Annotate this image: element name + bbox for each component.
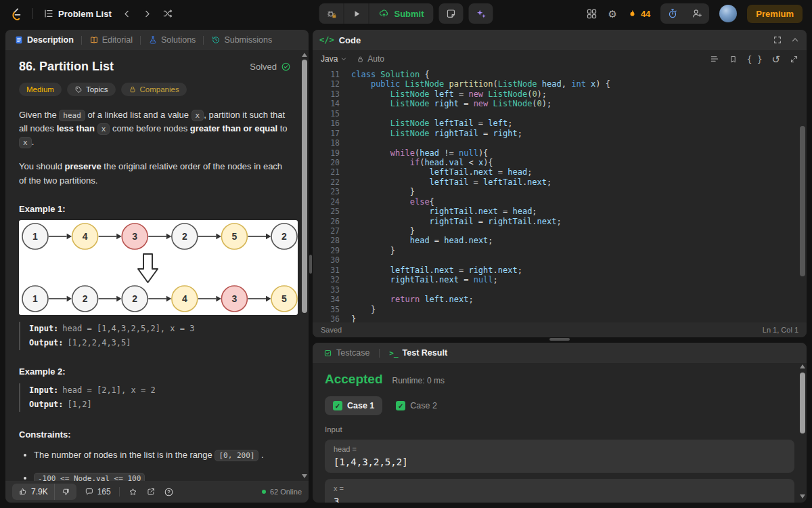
constraint-item: -100 <= Node.val <= 100 (34, 471, 298, 482)
format-code-button[interactable] (710, 54, 719, 64)
code-line[interactable]: 31 leftTail.next = right.next; (319, 266, 807, 275)
code-editor[interactable]: 11class Solution {12 public ListNode par… (313, 68, 807, 322)
submit-button[interactable]: Submit (369, 3, 433, 24)
premium-button[interactable]: Premium (747, 5, 803, 23)
code-line[interactable]: 12 public ListNode partition(ListNode he… (319, 79, 807, 89)
braces-icon: { } (747, 54, 763, 64)
code-line[interactable]: 13 ListNode left = new ListNode(0); (319, 89, 807, 99)
reset-code-button[interactable]: ↺ (771, 54, 780, 64)
code-line[interactable]: 16 ListNode leftTail = left; (319, 119, 807, 128)
timer-button[interactable] (660, 3, 685, 24)
scrollbar-thumb[interactable] (302, 60, 307, 313)
svg-text:2: 2 (182, 231, 187, 242)
problem-list-button[interactable]: Problem List (43, 8, 112, 19)
code-line[interactable]: 34 return left.next; (319, 295, 807, 304)
code-line[interactable]: 32 rightTail.next = null; (319, 275, 807, 284)
feedback-button[interactable] (164, 487, 174, 497)
code-line[interactable]: 28 head = head.next; (319, 236, 807, 245)
tab-submissions[interactable]: Submissions (209, 35, 274, 45)
avatar[interactable] (719, 5, 737, 22)
code-line[interactable]: 18 (319, 138, 807, 148)
case-1-button[interactable]: ✓ Case 1 (325, 396, 382, 415)
online-dot-icon (262, 490, 266, 494)
prev-problem-button[interactable] (122, 9, 132, 19)
cursor-position[interactable]: Ln 1, Col 1 (763, 326, 798, 334)
scroll-up-arrow[interactable] (302, 53, 307, 57)
code-line[interactable]: 20 if(head.val < x){ (319, 158, 807, 167)
streak-counter[interactable]: 44 (627, 9, 650, 19)
thumbs-up-icon (18, 487, 28, 496)
code-line[interactable]: 23 } (319, 187, 807, 196)
fullscreen-icon (773, 35, 782, 45)
companies-button[interactable]: Companies (121, 83, 187, 96)
tab-description[interactable]: Description (12, 35, 76, 45)
bracket-matching-button[interactable]: { } (747, 54, 763, 64)
description-scrollbar[interactable] (301, 53, 308, 478)
editor-scrollbar[interactable] (799, 69, 806, 321)
random-problem-button[interactable] (162, 8, 173, 19)
code-line[interactable]: 15 (319, 109, 807, 119)
code-line[interactable]: 26 rightTail = rightTail.next; (319, 217, 807, 226)
dislike-button[interactable] (54, 484, 76, 500)
code-line[interactable]: 29 } (319, 246, 807, 255)
code-line[interactable]: 14 ListNode right = new ListNode(0); (319, 99, 807, 108)
difficulty-badge[interactable]: Medium (19, 83, 62, 96)
linked-list-diagram: 143252122435 (19, 220, 298, 315)
code-line[interactable]: 17 ListNode rightTail = right; (319, 129, 807, 138)
tab-testcase[interactable]: Testcase (319, 347, 374, 358)
code-line[interactable]: 21 leftTail.next = head; (319, 167, 807, 177)
tab-solutions[interactable]: Solutions (146, 35, 198, 45)
maximize-button[interactable] (773, 35, 782, 45)
description-tabbar: Description Editorial Solutions Submissi… (5, 30, 309, 50)
collaborate-button[interactable] (685, 3, 709, 24)
code-line[interactable]: 25 rightTail.next = head; (319, 207, 807, 216)
code-line[interactable]: 11class Solution { (319, 70, 807, 79)
code-line[interactable]: 22 leftTail = leftTail.next; (319, 177, 807, 187)
code-line[interactable]: 30 (319, 255, 807, 265)
code-line[interactable]: 24 else{ (319, 197, 807, 207)
next-problem-button[interactable] (142, 9, 152, 19)
horizontal-resize-handle[interactable] (549, 338, 570, 341)
auto-mode-indicator[interactable]: Auto (357, 54, 384, 64)
checkbox-icon (323, 349, 332, 358)
tab-test-result[interactable]: >_ Test Result (385, 347, 451, 358)
debug-button[interactable] (319, 3, 343, 24)
code-line[interactable]: 27 } (319, 226, 807, 236)
leetcode-logo[interactable] (9, 7, 22, 20)
case-2-button[interactable]: ✓ Case 2 (388, 396, 445, 415)
notes-button[interactable] (439, 3, 464, 24)
code-tab-label[interactable]: Code (339, 35, 361, 45)
grid-icon (586, 8, 597, 20)
ai-assistant-button[interactable] (469, 3, 493, 24)
settings-button[interactable]: ⚙ (608, 9, 616, 19)
language-selector[interactable]: Java (321, 54, 347, 64)
code-line[interactable]: 36} (319, 314, 807, 322)
run-button[interactable] (344, 3, 368, 24)
code-line[interactable]: 19 while(head != null){ (319, 148, 807, 158)
tab-editorial[interactable]: Editorial (87, 35, 135, 45)
share-button[interactable] (146, 487, 156, 496)
online-count: 62 Online (262, 488, 302, 496)
book-icon (89, 35, 99, 45)
scroll-down-arrow[interactable] (800, 494, 805, 499)
bookmark-button[interactable] (729, 55, 738, 64)
vertical-resize-handle[interactable] (309, 255, 312, 274)
expand-editor-button[interactable] (790, 55, 798, 64)
top-nav: Problem List (0, 0, 812, 27)
topics-button[interactable]: Topics (67, 83, 116, 96)
code-line[interactable]: 35 } (319, 305, 807, 314)
chevron-down-icon (340, 56, 347, 62)
scroll-down-arrow[interactable] (302, 474, 307, 478)
result-scrollbar[interactable] (799, 364, 806, 499)
apps-button[interactable] (586, 8, 597, 20)
description-panel: Description Editorial Solutions Submissi… (5, 30, 309, 503)
flask-icon (148, 35, 158, 45)
favorite-button[interactable] (128, 487, 138, 497)
like-button[interactable]: 7.9K (12, 484, 54, 500)
comments-button[interactable]: 165 (85, 487, 111, 496)
scrollbar-thumb[interactable] (800, 126, 805, 276)
scrollbar-thumb[interactable] (800, 373, 805, 433)
collapse-panel-button[interactable] (790, 35, 800, 45)
code-line[interactable]: 33 (319, 285, 807, 295)
scroll-up-arrow[interactable] (800, 364, 805, 368)
